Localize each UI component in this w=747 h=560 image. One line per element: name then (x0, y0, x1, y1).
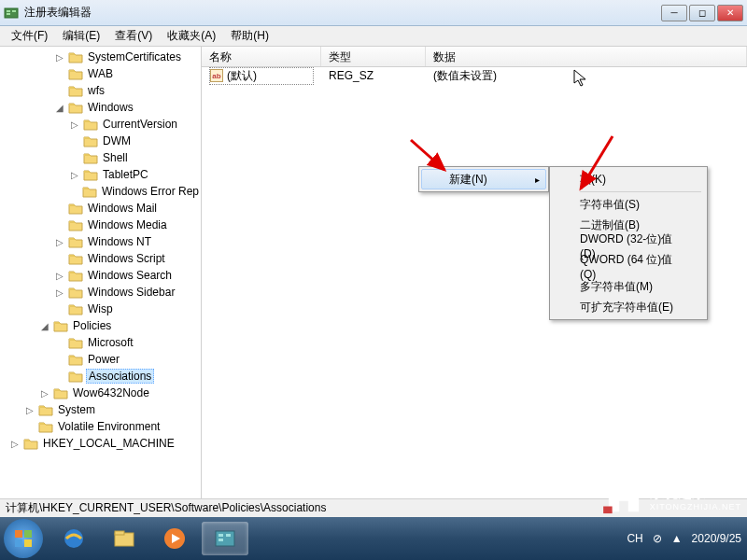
folder-icon (38, 403, 53, 416)
tree-item[interactable]: ▷System (0, 401, 201, 418)
tree-item[interactable]: ▷Windows Sidebar (0, 284, 201, 301)
tray-ime[interactable]: CH (627, 532, 642, 545)
list-pane[interactable]: 名称 类型 数据 ab(默认)REG_SZ(数值未设置) 新建(N) ▸ 项(K… (202, 47, 747, 498)
tree-item-label: Volatile Environment (56, 420, 162, 433)
taskbar-mediaplayer[interactable] (151, 522, 198, 555)
menu-help[interactable]: 帮助(H) (223, 26, 276, 46)
folder-icon (53, 386, 68, 399)
close-button[interactable]: ✕ (717, 5, 743, 21)
tree-item[interactable]: ◢Windows (0, 99, 201, 116)
submenu-arrow-icon: ▸ (535, 175, 540, 185)
folder-icon (68, 353, 83, 366)
menu-view[interactable]: 查看(V) (107, 26, 160, 46)
tree-item-label: Windows Search (86, 269, 174, 282)
tree-item-label: HKEY_LOCAL_MACHINE (41, 437, 176, 450)
folder-icon (68, 269, 83, 282)
maximize-button[interactable]: ◻ (689, 5, 715, 21)
folder-icon (68, 336, 83, 349)
tree-item[interactable]: DWM (0, 133, 201, 149)
folder-icon (68, 218, 83, 231)
menu-item-new[interactable]: 新建(N) ▸ (421, 169, 546, 189)
submenu-item-key[interactable]: 项(K) (552, 169, 705, 189)
system-tray[interactable]: CH ⊘ ▲ 2020/9/25 (627, 532, 741, 545)
tree-expander-icon[interactable]: ▷ (39, 388, 50, 399)
list-row[interactable]: ab(默认)REG_SZ(数值未设置) (202, 67, 747, 84)
tree-item[interactable]: Power (0, 351, 201, 368)
tree-expander-icon[interactable]: ◢ (39, 321, 50, 331)
minimize-button[interactable]: ─ (661, 5, 687, 21)
tree-item-label: DWM (101, 134, 133, 147)
svg-rect-19 (603, 507, 613, 514)
watermark-sub: XITONGZHIJIA.NET (650, 502, 741, 511)
tree-item[interactable]: ▷Wow6432Node (0, 385, 201, 401)
tree-item-label: wfs (86, 84, 106, 97)
tree-item[interactable]: Volatile Environment (0, 418, 201, 435)
watermark: 系统之家 XITONGZHIJIA.NET (601, 480, 741, 515)
tree-item[interactable]: Associations (0, 368, 201, 385)
tree-item[interactable]: Windows Mail (0, 200, 201, 217)
tree-item[interactable]: Windows Error Rep (0, 183, 201, 200)
tray-help-icon[interactable]: ⊘ (653, 532, 662, 545)
svg-rect-16 (218, 534, 223, 537)
svg-rect-8 (24, 530, 32, 538)
col-header-name[interactable]: 名称 (202, 47, 321, 66)
folder-icon (68, 84, 83, 97)
start-button[interactable] (4, 519, 43, 558)
ie-icon (61, 525, 87, 552)
menu-item-new-label: 新建(N) (449, 172, 487, 188)
menu-edit[interactable]: 编辑(E) (55, 26, 107, 46)
submenu-item-qword[interactable]: QWORD (64 位)值(Q) (552, 256, 705, 276)
tree-item[interactable]: Microsoft (0, 334, 201, 351)
tree-item[interactable]: ▷SystemCertificates (0, 49, 201, 65)
string-value-icon: ab (210, 69, 223, 82)
tree-expander-icon[interactable]: ▷ (69, 170, 80, 180)
folder-icon (68, 202, 83, 215)
tree-item-label: System (56, 403, 97, 416)
tree-item-label: Windows Mail (86, 202, 159, 215)
tree-expander-icon[interactable]: ▷ (54, 237, 65, 247)
tree-item[interactable]: WAB (0, 65, 201, 82)
tree-expander-icon[interactable]: ▷ (54, 271, 65, 281)
tree-expander-icon[interactable]: ▷ (24, 405, 35, 415)
tree-item[interactable]: ▷CurrentVersion (0, 116, 201, 133)
tree-item[interactable]: wfs (0, 82, 201, 99)
col-header-type[interactable]: 类型 (321, 47, 426, 66)
tree-expander-icon[interactable]: ▷ (54, 287, 65, 298)
tree-expander-icon[interactable]: ▷ (69, 119, 80, 130)
menu-favorites[interactable]: 收藏夹(A) (160, 26, 223, 46)
regedit-task-icon (212, 525, 238, 552)
tree-expander-icon[interactable]: ▷ (9, 439, 21, 449)
folder-icon (68, 67, 83, 80)
menu-separator (580, 191, 701, 192)
submenu-item-multi[interactable]: 多字符串值(M) (552, 276, 705, 297)
tree-item[interactable]: Windows Script (0, 250, 201, 267)
taskbar-explorer[interactable] (101, 522, 148, 555)
tree-item[interactable]: Wisp (0, 301, 201, 317)
tree-item-label: SystemCertificates (86, 50, 183, 63)
menu-file[interactable]: 文件(F) (4, 26, 55, 46)
window-title: 注册表编辑器 (24, 5, 661, 21)
tree-pane[interactable]: ▷SystemCertificatesWABwfs◢Windows▷Curren… (0, 47, 202, 498)
tree-item-label: Associations (86, 369, 154, 384)
titlebar: 注册表编辑器 ─ ◻ ✕ (0, 0, 747, 26)
tree-item-label: CurrentVersion (101, 118, 179, 131)
tree-item-label: Windows Sidebar (86, 286, 176, 299)
submenu-item-expand[interactable]: 可扩充字符串值(E) (552, 297, 705, 317)
tree-item[interactable]: ◢Policies (0, 317, 201, 334)
tree-item[interactable]: ▷Windows NT (0, 233, 201, 250)
tree-expander-icon[interactable]: ▷ (54, 52, 65, 63)
tree-item[interactable]: ▷TabletPC (0, 166, 201, 183)
tree-item-label: Windows (86, 101, 135, 114)
tray-flag-icon[interactable]: ▲ (671, 532, 683, 545)
tree-item[interactable]: Windows Media (0, 217, 201, 233)
taskbar-regedit[interactable] (202, 522, 248, 555)
folder-icon (38, 420, 53, 433)
tree-expander-icon[interactable]: ◢ (54, 103, 65, 113)
submenu-item-string[interactable]: 字符串值(S) (552, 194, 705, 215)
taskbar-ie[interactable] (50, 522, 97, 555)
tree-item-label: Wow6432Node (71, 386, 151, 399)
tree-item[interactable]: Shell (0, 149, 201, 166)
col-header-data[interactable]: 数据 (426, 47, 747, 66)
tree-item[interactable]: ▷HKEY_LOCAL_MACHINE (0, 435, 201, 452)
tree-item[interactable]: ▷Windows Search (0, 267, 201, 284)
